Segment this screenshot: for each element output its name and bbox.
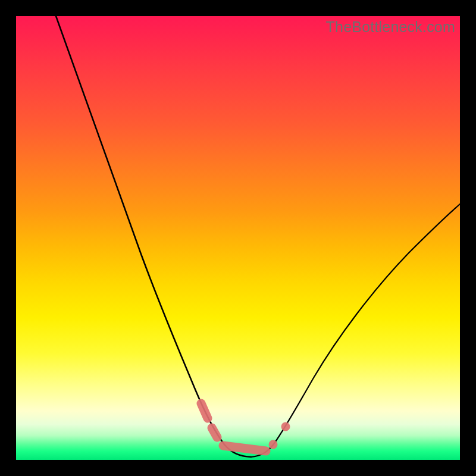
svg-line-0 [201,403,208,418]
svg-point-3 [269,440,278,449]
right-curve [251,204,460,457]
curve-layer [16,16,460,460]
left-curve [56,16,251,457]
svg-point-4 [281,422,290,431]
chart-frame: TheBottleneck.com [0,0,476,476]
plot-area: TheBottleneck.com [16,16,460,460]
highlight-dots [201,403,290,451]
svg-line-2 [223,446,266,451]
svg-line-1 [212,428,217,437]
